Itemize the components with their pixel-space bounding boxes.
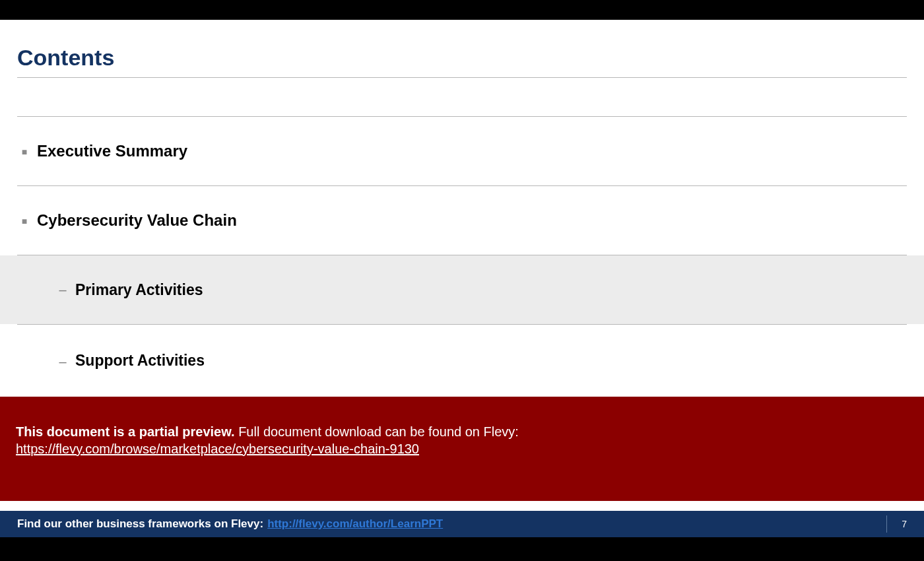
- page-number: 7: [886, 515, 907, 533]
- toc-label: Executive Summary: [37, 142, 187, 160]
- footer-bar: Find our other business frameworks on Fl…: [0, 511, 924, 537]
- square-bullet-icon: ■: [12, 147, 37, 157]
- toc-label: Cybersecurity Value Chain: [37, 211, 237, 230]
- letterbox-bottom: [0, 537, 924, 561]
- letterbox-top: [0, 0, 924, 20]
- banner-bold-text: This document is a partial preview.: [16, 424, 235, 439]
- dash-bullet-icon: –: [50, 354, 75, 370]
- page: Contents ■ Executive Summary ■ Cybersecu…: [0, 0, 924, 561]
- toc-sublabel: Support Activities: [75, 352, 205, 370]
- toc-item: ■ Cybersecurity Value Chain: [0, 186, 924, 255]
- slide-title: Contents: [0, 20, 924, 77]
- square-bullet-icon: ■: [12, 216, 37, 226]
- toc-subitem: – Support Activities: [0, 325, 924, 372]
- toc-item: ■ Executive Summary: [0, 117, 924, 185]
- toc-sublabel: Primary Activities: [75, 281, 203, 299]
- title-rule: [17, 77, 907, 78]
- toc-subitem: – Primary Activities: [0, 255, 924, 324]
- preview-banner: This document is a partial preview. Full…: [0, 397, 924, 501]
- footer-link[interactable]: http://flevy.com/author/LearnPPT: [267, 517, 443, 531]
- dash-bullet-icon: –: [50, 282, 75, 298]
- contents-section: ■ Executive Summary ■ Cybersecurity Valu…: [0, 116, 924, 372]
- banner-link[interactable]: https://flevy.com/browse/marketplace/cyb…: [16, 442, 419, 456]
- banner-text: Full document download can be found on F…: [235, 424, 519, 439]
- slide: Contents ■ Executive Summary ■ Cybersecu…: [0, 20, 924, 531]
- footer-text: Find our other business frameworks on Fl…: [17, 517, 263, 531]
